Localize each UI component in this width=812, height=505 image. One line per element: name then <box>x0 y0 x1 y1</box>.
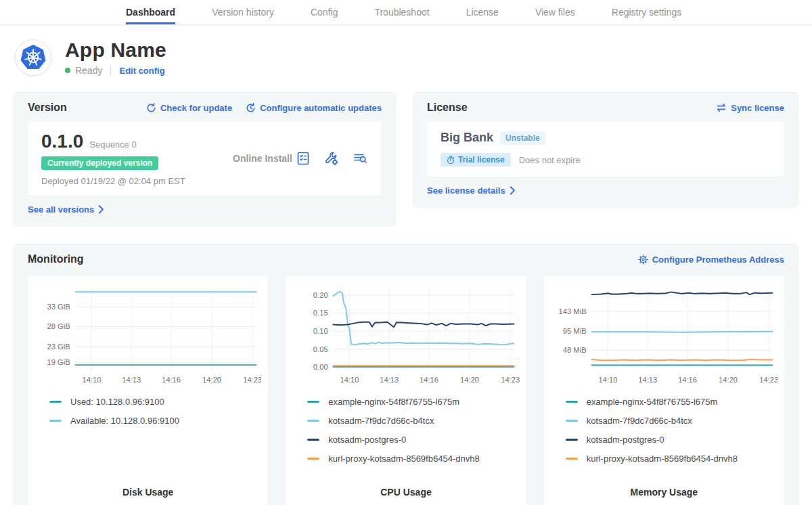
version-card-title: Version <box>28 102 67 114</box>
deploy-logs-icon[interactable] <box>352 150 368 167</box>
disk-usage-panel: 14:1014:1314:1614:2014:2333 GiB28 GiB23 … <box>28 276 268 505</box>
check-for-update-button[interactable]: Check for update <box>146 103 232 113</box>
legend-label: kotsadm-postgres-0 <box>587 435 664 445</box>
svg-text:0.05: 0.05 <box>313 345 328 353</box>
svg-text:14:16: 14:16 <box>162 376 181 384</box>
sync-license-button[interactable]: Sync license <box>716 103 784 113</box>
monitoring-title: Monitoring <box>28 253 84 265</box>
chart-title: Memory Usage <box>551 481 777 498</box>
license-expiration: Does not expire <box>519 155 581 165</box>
svg-text:14:13: 14:13 <box>638 376 657 384</box>
legend-item: example-nginx-54f8f76755-l675m <box>307 397 519 407</box>
legend-color-dash <box>307 420 319 422</box>
legend-label: Used: 10.128.0.96:9100 <box>70 397 164 407</box>
monitoring-section: Monitoring Configure Prometheus Address … <box>14 244 798 505</box>
status-badge: Ready <box>75 65 102 76</box>
app-header: App Name Ready Edit config <box>0 25 812 81</box>
legend-color-dash <box>49 420 62 422</box>
license-card: License Sync license Big Bank Unstable T… <box>413 92 798 207</box>
legend-item: Used: 10.128.0.96:9100 <box>49 397 261 407</box>
svg-text:14:20: 14:20 <box>719 376 738 384</box>
tab-troubleshoot[interactable]: Troubleshoot <box>374 0 429 24</box>
deployed-timestamp: Deployed 01/19/22 @ 02:04 pm EST <box>41 176 214 186</box>
svg-text:14:23: 14:23 <box>759 376 777 384</box>
chevron-right-icon <box>510 186 516 195</box>
stopwatch-icon <box>447 156 455 164</box>
cpu-usage-legend: example-nginx-54f8f76755-l675mkotsadm-7f… <box>307 397 519 473</box>
license-panel: Big Bank Unstable Trial license Does not… <box>427 122 784 177</box>
disk-usage-chart: 14:1014:1314:1614:2014:2333 GiB28 GiB23 … <box>35 284 261 389</box>
kubernetes-logo-icon <box>15 39 51 76</box>
svg-text:14:13: 14:13 <box>380 376 399 384</box>
see-all-versions-link[interactable]: See all versions <box>28 204 104 215</box>
top-navigation: Dashboard Version history Config Trouble… <box>0 0 812 25</box>
status-dot <box>65 68 70 73</box>
legend-color-dash <box>566 439 578 441</box>
legend-label: kurl-proxy-kotsadm-8569fb6454-dnvh8 <box>587 454 738 464</box>
sync-arrows-icon <box>716 103 727 112</box>
tab-version-history[interactable]: Version history <box>212 0 274 24</box>
install-type-label: Online Install <box>214 153 295 164</box>
svg-text:14:10: 14:10 <box>340 376 359 384</box>
svg-text:14:16: 14:16 <box>678 376 697 384</box>
legend-color-dash <box>566 401 578 403</box>
configure-prometheus-button[interactable]: Configure Prometheus Address <box>638 255 784 265</box>
svg-text:48 MiB: 48 MiB <box>562 346 586 354</box>
license-card-title: License <box>427 102 468 114</box>
svg-text:14:13: 14:13 <box>122 376 141 384</box>
memory-usage-chart: 14:1014:1314:1614:2014:23143 MiB95 MiB48… <box>551 284 777 389</box>
legend-item: kotsadm-7f9dc7d66c-b4tcx <box>566 416 777 426</box>
legend-color-dash <box>307 401 319 403</box>
legend-color-dash <box>566 420 578 422</box>
svg-text:19 GiB: 19 GiB <box>47 358 70 366</box>
version-number: 0.1.0 <box>41 131 83 152</box>
config-wrench-icon[interactable] <box>323 150 340 167</box>
legend-label: example-nginx-54f8f76755-l675m <box>587 397 718 407</box>
disk-usage-legend: Used: 10.128.0.96:9100Available: 10.128.… <box>49 397 261 435</box>
svg-text:0.00: 0.00 <box>313 363 328 371</box>
cpu-usage-chart: 14:1014:1314:1614:2014:230.200.150.100.0… <box>292 284 519 389</box>
memory-usage-legend: example-nginx-54f8f76755-l675mkotsadm-7f… <box>566 397 777 473</box>
svg-text:14:20: 14:20 <box>202 376 221 384</box>
svg-text:0.15: 0.15 <box>313 309 328 317</box>
svg-text:14:10: 14:10 <box>598 376 617 384</box>
svg-text:28 GiB: 28 GiB <box>47 322 70 330</box>
legend-item: example-nginx-54f8f76755-l675m <box>566 397 777 407</box>
tab-config[interactable]: Config <box>311 0 338 24</box>
version-card: Version Check for update Configure autom… <box>14 92 396 226</box>
legend-color-dash <box>307 439 319 441</box>
legend-label: kotsadm-postgres-0 <box>328 435 406 445</box>
channel-badge: Unstable <box>500 131 545 145</box>
svg-text:14:23: 14:23 <box>501 376 520 384</box>
legend-item: kotsadm-postgres-0 <box>566 435 777 445</box>
tab-registry-settings[interactable]: Registry settings <box>612 0 681 24</box>
see-license-details-link[interactable]: See license details <box>427 185 516 196</box>
svg-text:143 MiB: 143 MiB <box>558 307 586 315</box>
svg-text:14:23: 14:23 <box>243 376 261 384</box>
customer-name: Big Bank <box>441 131 493 145</box>
legend-label: kotsadm-7f9dc7d66c-b4tcx <box>328 416 434 426</box>
svg-text:14:16: 14:16 <box>420 376 438 384</box>
edit-config-link[interactable]: Edit config <box>119 66 164 76</box>
preflight-checks-icon[interactable] <box>295 150 311 167</box>
legend-item: kurl-proxy-kotsadm-8569fb6454-dnvh8 <box>566 454 777 464</box>
svg-text:14:20: 14:20 <box>460 376 479 384</box>
legend-label: example-nginx-54f8f76755-l675m <box>328 397 459 407</box>
svg-text:23 GiB: 23 GiB <box>47 343 70 351</box>
refresh-icon <box>146 103 156 113</box>
legend-label: kotsadm-7f9dc7d66c-b4tcx <box>587 416 692 426</box>
sequence-label: Sequence 0 <box>89 139 136 150</box>
legend-color-dash <box>566 458 578 460</box>
tab-license[interactable]: License <box>466 0 499 24</box>
configure-automatic-updates-button[interactable]: Configure automatic updates <box>246 103 382 113</box>
trial-license-badge: Trial license <box>441 153 511 167</box>
tab-dashboard[interactable]: Dashboard <box>126 0 175 24</box>
svg-text:0.20: 0.20 <box>313 291 328 299</box>
chart-title: CPU Usage <box>292 481 519 498</box>
legend-label: Available: 10.128.0.96:9100 <box>70 416 179 426</box>
legend-color-dash <box>49 401 62 403</box>
chevron-right-icon <box>98 205 104 214</box>
clock-refresh-icon <box>246 103 256 113</box>
tab-view-files[interactable]: View files <box>535 0 575 24</box>
current-version-panel: 0.1.0 Sequence 0 Currently deployed vers… <box>28 122 382 196</box>
